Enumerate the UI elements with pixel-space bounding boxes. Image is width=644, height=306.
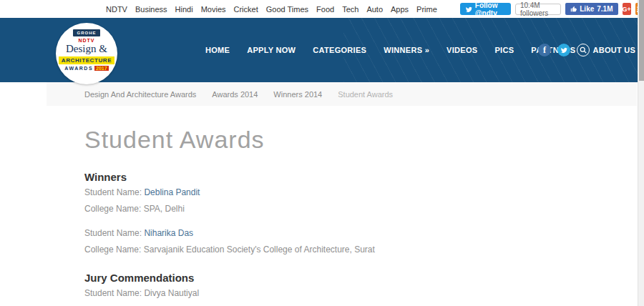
- student-line: Student Name: Deblina Pandit: [84, 187, 644, 197]
- section-heading-winners: Winners: [84, 171, 644, 183]
- top-link-movies[interactable]: Movies: [201, 5, 226, 14]
- facebook-like-button[interactable]: Like 7.1M: [565, 3, 618, 15]
- logo-awards-word: AWARDS: [64, 66, 93, 71]
- top-link-cricket[interactable]: Cricket: [234, 5, 258, 14]
- followers-count: 10.4M followers: [515, 4, 561, 15]
- top-link-prime[interactable]: Prime: [416, 5, 437, 14]
- nav-item-pics[interactable]: PICS: [494, 46, 514, 54]
- ndtv-wordmark: NDTV: [78, 38, 94, 43]
- gplus-button[interactable]: G+: [623, 3, 631, 15]
- top-link-tech[interactable]: Tech: [342, 5, 358, 14]
- top-link-business[interactable]: Business: [135, 5, 167, 14]
- nav-item-winners[interactable]: WINNERS »: [384, 46, 429, 54]
- nav-social-icons: f: [538, 18, 590, 82]
- student-line: Student Name: Divya Nautiyal: [84, 288, 644, 298]
- student-name-link[interactable]: Deblina Pandit: [144, 187, 200, 197]
- site-logo[interactable]: GROHE NDTV Design & ARCHITECTURE AWARDS …: [56, 23, 117, 84]
- student-name: Divya Nautiyal: [144, 288, 199, 298]
- nav-item-home[interactable]: HOME: [205, 46, 230, 54]
- twitter-follow-button[interactable]: Follow @ndtv: [460, 3, 511, 15]
- like-count: 7.1M: [597, 5, 613, 13]
- breadcrumb-item-awards[interactable]: Design And Architecture Awards: [84, 90, 196, 99]
- nav-item-videos[interactable]: VIDEOS: [447, 46, 477, 54]
- scrollbar[interactable]: [638, 0, 644, 306]
- student-label: Student Name:: [84, 288, 142, 298]
- college-line: College Name: SPA, Delhi: [84, 204, 644, 214]
- twitter-bird-icon: [465, 6, 472, 13]
- search-icon[interactable]: [577, 44, 590, 56]
- top-link-auto[interactable]: Auto: [366, 5, 383, 14]
- student-label: Student Name:: [84, 187, 142, 197]
- top-link-hindi[interactable]: Hindi: [175, 5, 193, 14]
- logo-architecture-band: ARCHITECTURE: [59, 56, 114, 64]
- student-line: Student Name: Niharika Das: [84, 228, 644, 238]
- nav-item-apply-now[interactable]: APPLY NOW: [247, 46, 296, 54]
- social-cluster: Follow @ndtv 10.4M followers Like 7.1M G…: [460, 3, 644, 15]
- logo-design-line: Design &: [66, 43, 107, 55]
- breadcrumb-item-student-awards: Student Awards: [338, 90, 393, 99]
- grohe-badge: GROHE: [73, 29, 99, 36]
- breadcrumb-item-awards-2014[interactable]: Awards 2014: [212, 90, 258, 99]
- nav-item-categories[interactable]: CATEGORIES: [313, 46, 366, 54]
- main-content: Student Awards Winners Student Name: Deb…: [0, 126, 644, 306]
- twitter-follow-label: Follow @ndtv: [475, 1, 506, 17]
- college-line: College Name: Sarvajanik Education Socie…: [84, 245, 644, 255]
- facebook-icon[interactable]: f: [538, 44, 551, 56]
- top-link-good-times[interactable]: Good Times: [266, 5, 308, 14]
- student-label: Student Name:: [84, 228, 142, 238]
- top-utility-bar: NDTV Business Hindi Movies Cricket Good …: [0, 0, 644, 18]
- top-link-ndtv[interactable]: NDTV: [106, 5, 127, 14]
- main-nav: GROHE NDTV Design & ARCHITECTURE AWARDS …: [0, 18, 644, 82]
- twitter-icon[interactable]: [557, 44, 570, 56]
- like-label: Like: [580, 5, 594, 13]
- top-links: NDTV Business Hindi Movies Cricket Good …: [106, 5, 437, 14]
- top-link-food[interactable]: Food: [316, 5, 334, 14]
- breadcrumb-item-winners-2014[interactable]: Winners 2014: [273, 90, 322, 99]
- top-link-apps[interactable]: Apps: [391, 5, 409, 14]
- nav-item-about-us[interactable]: ABOUT US: [592, 46, 635, 54]
- thumb-up-icon: [570, 6, 577, 12]
- logo-awards-line: AWARDS 2017: [64, 66, 108, 71]
- page-title: Student Awards: [84, 126, 644, 154]
- breadcrumb: Design And Architecture Awards Awards 20…: [47, 82, 637, 106]
- scrollbar-thumb[interactable]: [639, 0, 644, 81]
- student-name-link[interactable]: Niharika Das: [144, 228, 193, 238]
- section-heading-jury: Jury Commendations: [84, 272, 644, 284]
- logo-year-badge: 2017: [94, 66, 109, 71]
